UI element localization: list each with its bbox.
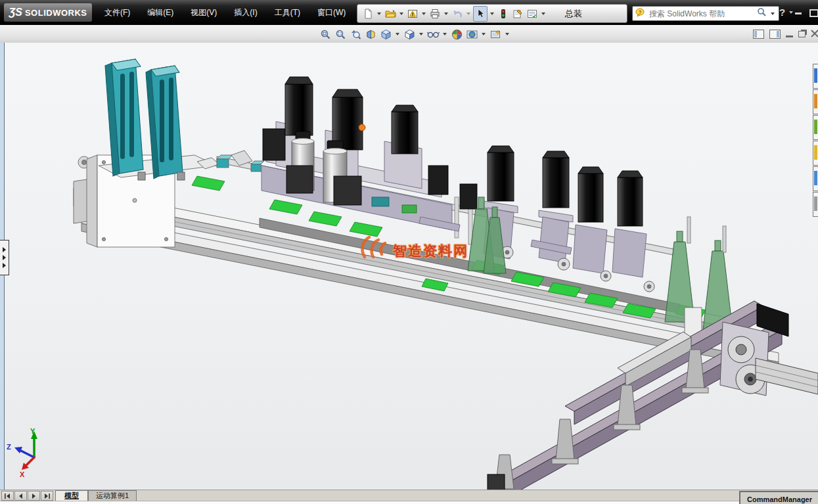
view-settings-icon[interactable]: [489, 27, 502, 41]
rebuild-note-icon[interactable]: [511, 7, 524, 21]
apply-scene-icon[interactable]: [465, 27, 478, 41]
tab-nav-next-icon[interactable]: [28, 491, 40, 501]
appearances-tab[interactable]: [813, 166, 818, 191]
print-caret-icon[interactable]: [444, 12, 448, 15]
help-balloon-icon: ?: [635, 8, 645, 20]
watermark-logo-icon: [359, 234, 390, 260]
tab-model[interactable]: 模型: [55, 490, 88, 501]
menu-insert[interactable]: 插入(I): [228, 5, 263, 21]
zoom-to-area-icon[interactable]: [334, 27, 347, 41]
custom-properties-tab[interactable]: [813, 192, 818, 217]
select-cursor-icon[interactable]: [473, 6, 488, 22]
menu-view[interactable]: 视图(V): [185, 5, 223, 21]
triad-x-label: X: [20, 470, 25, 478]
logo-mark: ƷS: [9, 7, 22, 18]
view-settings-caret-icon[interactable]: [505, 33, 509, 35]
title-bar: ƷS SOLIDWORKS 文件(F) 编辑(E) 视图(V) 插入(I) 工具…: [0, 0, 818, 26]
logo-text: SOLIDWORKS: [25, 8, 87, 18]
tab-nav-last-icon[interactable]: [41, 491, 53, 501]
file-explorer-tab[interactable]: [813, 115, 818, 140]
svg-text:?: ?: [639, 9, 641, 14]
solidworks-logo: ƷS SOLIDWORKS: [4, 3, 92, 22]
menu-tools[interactable]: 工具(T): [269, 5, 306, 21]
new-document-caret-icon[interactable]: [377, 12, 381, 15]
maximize-button[interactable]: [807, 9, 818, 18]
menu-file[interactable]: 文件(F): [99, 5, 136, 21]
hide-show-caret-icon[interactable]: [443, 33, 447, 35]
pane-toggle-left-icon[interactable]: [753, 30, 764, 39]
commandmanager-drag-label[interactable]: CommandManager: [739, 491, 818, 504]
task-pane-tabs: [813, 64, 818, 218]
pane-toggle-right-icon[interactable]: [769, 30, 781, 39]
select-caret-icon[interactable]: [490, 12, 494, 15]
close-document-icon[interactable]: [811, 28, 818, 40]
menu-window[interactable]: 窗口(W): [311, 5, 352, 21]
magazine-feeder-station[interactable]: [87, 155, 217, 247]
hide-show-items-icon[interactable]: [426, 27, 440, 41]
edit-appearance-icon[interactable]: [450, 27, 463, 41]
view-palette-tab[interactable]: [813, 141, 818, 166]
triad-y-label: Y: [30, 427, 35, 435]
tab-nav-prev-icon[interactable]: [14, 491, 27, 501]
display-style-icon[interactable]: [403, 27, 416, 41]
tab-nav-first-icon[interactable]: [1, 491, 14, 501]
central-process-station[interactable]: [261, 77, 472, 244]
model-3d-view: Y Z X: [0, 43, 818, 490]
undo-icon[interactable]: [451, 7, 464, 21]
section-view-icon[interactable]: [364, 27, 377, 41]
open-caret-icon[interactable]: [399, 12, 403, 15]
solidworks-resources-tab[interactable]: [813, 64, 818, 89]
view-orientation-icon[interactable]: [379, 27, 392, 41]
open-icon[interactable]: [384, 7, 397, 21]
search-input[interactable]: [648, 9, 754, 19]
search-caret-icon[interactable]: [771, 12, 775, 15]
graphics-area[interactable]: Y Z X 智造资料网: [0, 43, 818, 490]
view-settings-traffic-light-icon[interactable]: [497, 7, 510, 21]
new-document-icon[interactable]: [361, 7, 375, 21]
display-style-caret-icon[interactable]: [419, 33, 423, 35]
design-library-tab[interactable]: [813, 89, 818, 114]
menu-edit[interactable]: 编辑(E): [141, 5, 179, 21]
document-title: 总装: [565, 8, 582, 20]
apply-scene-caret-icon[interactable]: [482, 33, 486, 35]
restore-document-icon[interactable]: [798, 31, 806, 37]
undo-caret-icon[interactable]: [466, 12, 470, 15]
orientation-triad: Y Z X: [7, 427, 37, 478]
tab-motion-study[interactable]: 运动算例1: [88, 490, 137, 501]
watermark-text: 智造资料网: [393, 242, 468, 260]
print-icon[interactable]: [428, 7, 442, 21]
zoom-previous-icon[interactable]: [349, 27, 362, 41]
zoom-to-fit-icon[interactable]: [319, 27, 332, 41]
featuremanager-collapsed-tab[interactable]: [0, 240, 9, 275]
heads-up-view-toolbar: [319, 26, 511, 42]
tab-navigation-buttons: [1, 491, 53, 501]
triad-z-label: Z: [7, 443, 11, 451]
publish-caret-icon[interactable]: [422, 12, 426, 15]
view-orientation-caret-icon[interactable]: [396, 33, 399, 35]
options-icon[interactable]: [526, 7, 539, 21]
search-icon[interactable]: [757, 7, 767, 20]
standard-toolbar: 总装: [357, 4, 627, 23]
help-glyph: ?: [779, 7, 785, 18]
status-bar: [0, 501, 818, 504]
publish-edrawings-icon[interactable]: [406, 7, 419, 21]
minimize-document-icon[interactable]: [786, 35, 793, 37]
help-search-box: ?: [632, 6, 779, 21]
options-caret-icon[interactable]: [541, 12, 545, 15]
watermark: 智造资料网: [359, 234, 468, 260]
minimize-button[interactable]: [791, 9, 806, 18]
document-window-controls: [753, 28, 818, 41]
